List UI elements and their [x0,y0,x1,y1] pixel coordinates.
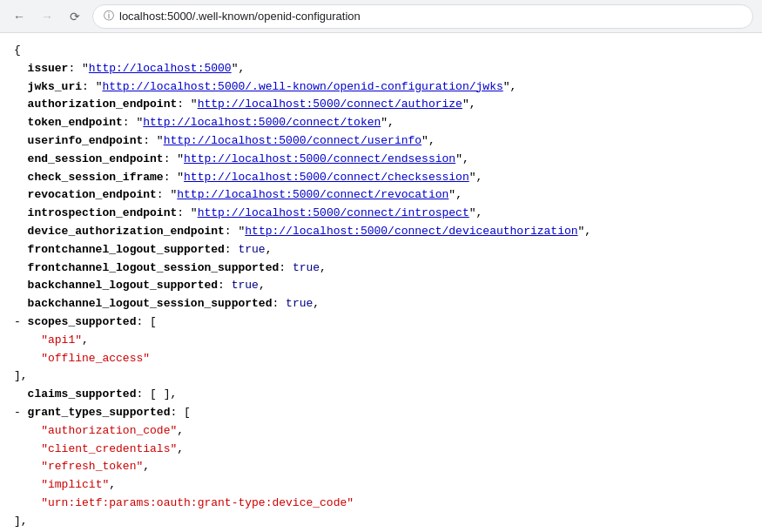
back-button[interactable]: ← [9,6,30,27]
forward-button[interactable]: → [37,6,57,27]
reload-button[interactable]: ⟳ [64,6,85,27]
link-value[interactable]: http://localhost:5000/connect/token [143,116,381,129]
link-value[interactable]: http://localhost:5000/connect/deviceauth… [245,225,577,238]
url-text: localhost:5000/.well-known/openid-config… [119,10,361,23]
link-value[interactable]: http://localhost:5000/connect/endsession [184,152,455,165]
link-value[interactable]: http://localhost:5000/connect/revocation [177,188,448,201]
link-value[interactable]: http://localhost:5000 [89,62,232,75]
link-value[interactable]: http://localhost:5000/connect/introspect [198,206,469,219]
collapse-button[interactable]: - [14,406,28,419]
link-value[interactable]: http://localhost:5000/connect/userinfo [164,134,421,147]
browser-toolbar: ← → ⟳ ⓘ localhost:5000/.well-known/openi… [0,0,762,33]
link-value[interactable]: http://localhost:5000/.well-known/openid… [102,80,502,93]
json-content: { issuer: "http://localhost:5000", jwks_… [0,33,762,532]
collapse-button[interactable]: - [14,315,28,328]
link-value[interactable]: http://localhost:5000/connect/authorize [198,98,462,111]
security-icon: ⓘ [104,9,114,24]
address-bar[interactable]: ⓘ localhost:5000/.well-known/openid-conf… [92,4,753,29]
link-value[interactable]: http://localhost:5000/connect/checksessi… [184,171,469,184]
